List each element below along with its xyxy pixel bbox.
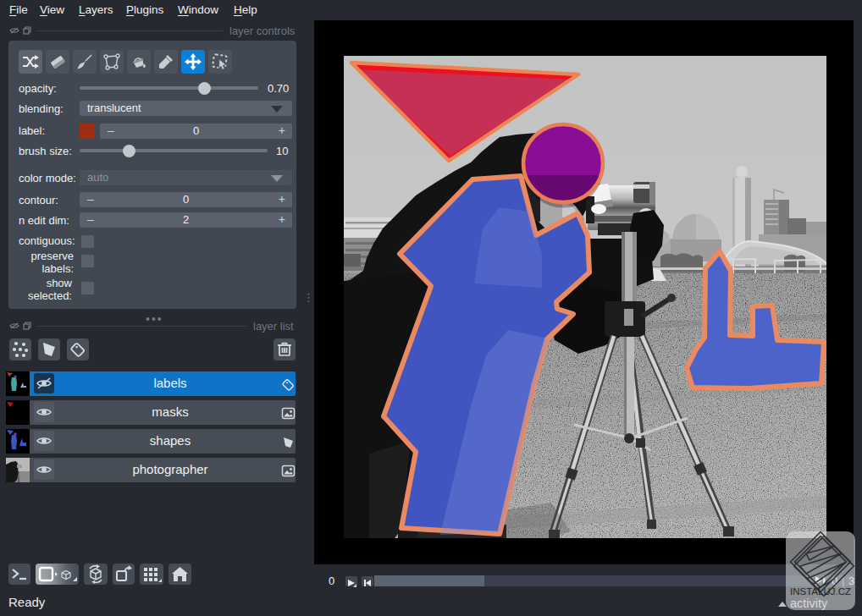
svg-text:INSTALUJ.CZ: INSTALUJ.CZ (790, 586, 851, 597)
